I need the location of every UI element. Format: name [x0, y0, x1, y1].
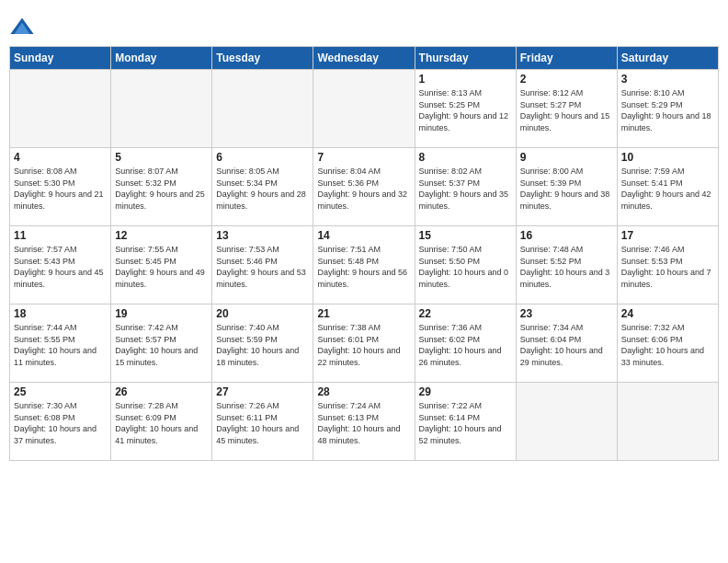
day-number: 13: [216, 229, 309, 242]
weekday-header-tuesday: Tuesday: [212, 47, 313, 70]
day-number: 10: [621, 151, 714, 164]
day-info: Sunrise: 8:08 AM Sunset: 5:30 PM Dayligh…: [14, 166, 107, 212]
day-number: 6: [216, 151, 309, 164]
day-info: Sunrise: 7:42 AM Sunset: 5:57 PM Dayligh…: [115, 322, 208, 368]
calendar-cell: [516, 383, 617, 461]
calendar-week-row: 11Sunrise: 7:57 AM Sunset: 5:43 PM Dayli…: [10, 226, 719, 304]
calendar-cell: 22Sunrise: 7:36 AM Sunset: 6:02 PM Dayli…: [415, 304, 516, 383]
day-number: 1: [419, 73, 512, 86]
calendar-cell: 23Sunrise: 7:34 AM Sunset: 6:04 PM Dayli…: [516, 304, 617, 383]
day-info: Sunrise: 7:46 AM Sunset: 5:53 PM Dayligh…: [621, 244, 714, 290]
day-info: Sunrise: 8:12 AM Sunset: 5:27 PM Dayligh…: [520, 87, 613, 133]
calendar-cell: 7Sunrise: 8:04 AM Sunset: 5:36 PM Daylig…: [313, 148, 415, 226]
calendar-cell: 16Sunrise: 7:48 AM Sunset: 5:52 PM Dayli…: [516, 226, 617, 304]
calendar-cell: 4Sunrise: 8:08 AM Sunset: 5:30 PM Daylig…: [10, 148, 111, 226]
calendar-cell: 12Sunrise: 7:55 AM Sunset: 5:45 PM Dayli…: [111, 226, 212, 304]
day-number: 9: [520, 151, 613, 164]
day-number: 7: [317, 151, 410, 164]
calendar-cell: 1Sunrise: 8:13 AM Sunset: 5:25 PM Daylig…: [415, 70, 516, 148]
calendar-cell: 14Sunrise: 7:51 AM Sunset: 5:48 PM Dayli…: [313, 226, 415, 304]
calendar-cell: [212, 70, 313, 148]
day-info: Sunrise: 7:57 AM Sunset: 5:43 PM Dayligh…: [14, 244, 107, 290]
day-info: Sunrise: 7:24 AM Sunset: 6:13 PM Dayligh…: [317, 400, 410, 446]
day-number: 8: [419, 151, 512, 164]
day-number: 21: [317, 307, 410, 320]
calendar-table: SundayMondayTuesdayWednesdayThursdayFrid…: [9, 46, 719, 461]
day-number: 26: [115, 385, 208, 398]
calendar-cell: 6Sunrise: 8:05 AM Sunset: 5:34 PM Daylig…: [212, 148, 313, 226]
day-number: 29: [419, 385, 512, 398]
calendar-cell: [617, 383, 718, 461]
calendar-header-row: SundayMondayTuesdayWednesdayThursdayFrid…: [10, 47, 719, 70]
day-info: Sunrise: 7:55 AM Sunset: 5:45 PM Dayligh…: [115, 244, 208, 290]
calendar-cell: 27Sunrise: 7:26 AM Sunset: 6:11 PM Dayli…: [212, 383, 313, 461]
day-info: Sunrise: 7:34 AM Sunset: 6:04 PM Dayligh…: [520, 322, 613, 368]
calendar-cell: [111, 70, 212, 148]
calendar-cell: [313, 70, 415, 148]
calendar-cell: 3Sunrise: 8:10 AM Sunset: 5:29 PM Daylig…: [617, 70, 718, 148]
weekday-header-wednesday: Wednesday: [313, 47, 415, 70]
calendar-cell: 17Sunrise: 7:46 AM Sunset: 5:53 PM Dayli…: [617, 226, 718, 304]
day-number: 12: [115, 229, 208, 242]
day-info: Sunrise: 7:22 AM Sunset: 6:14 PM Dayligh…: [419, 400, 512, 446]
day-info: Sunrise: 7:48 AM Sunset: 5:52 PM Dayligh…: [520, 244, 613, 290]
weekday-header-monday: Monday: [111, 47, 212, 70]
calendar-cell: 25Sunrise: 7:30 AM Sunset: 6:08 PM Dayli…: [10, 383, 111, 461]
day-info: Sunrise: 8:04 AM Sunset: 5:36 PM Dayligh…: [317, 166, 410, 212]
page-header: [9, 9, 719, 40]
day-number: 27: [216, 385, 309, 398]
day-info: Sunrise: 7:40 AM Sunset: 5:59 PM Dayligh…: [216, 322, 309, 368]
day-number: 19: [115, 307, 208, 320]
day-number: 4: [14, 151, 107, 164]
calendar-week-row: 4Sunrise: 8:08 AM Sunset: 5:30 PM Daylig…: [10, 148, 719, 226]
day-number: 23: [520, 307, 613, 320]
day-info: Sunrise: 8:13 AM Sunset: 5:25 PM Dayligh…: [419, 87, 512, 133]
calendar-cell: 21Sunrise: 7:38 AM Sunset: 6:01 PM Dayli…: [313, 304, 415, 383]
day-number: 16: [520, 229, 613, 242]
calendar-cell: 8Sunrise: 8:02 AM Sunset: 5:37 PM Daylig…: [415, 148, 516, 226]
calendar-cell: [10, 70, 111, 148]
calendar-cell: 13Sunrise: 7:53 AM Sunset: 5:46 PM Dayli…: [212, 226, 313, 304]
calendar-cell: 19Sunrise: 7:42 AM Sunset: 5:57 PM Dayli…: [111, 304, 212, 383]
calendar-cell: 28Sunrise: 7:24 AM Sunset: 6:13 PM Dayli…: [313, 383, 415, 461]
day-info: Sunrise: 7:51 AM Sunset: 5:48 PM Dayligh…: [317, 244, 410, 290]
day-number: 28: [317, 385, 410, 398]
day-info: Sunrise: 8:05 AM Sunset: 5:34 PM Dayligh…: [216, 166, 309, 212]
day-info: Sunrise: 8:00 AM Sunset: 5:39 PM Dayligh…: [520, 166, 613, 212]
day-info: Sunrise: 7:59 AM Sunset: 5:41 PM Dayligh…: [621, 166, 714, 212]
calendar-cell: 20Sunrise: 7:40 AM Sunset: 5:59 PM Dayli…: [212, 304, 313, 383]
calendar-cell: 15Sunrise: 7:50 AM Sunset: 5:50 PM Dayli…: [415, 226, 516, 304]
day-number: 5: [115, 151, 208, 164]
calendar-cell: 2Sunrise: 8:12 AM Sunset: 5:27 PM Daylig…: [516, 70, 617, 148]
day-info: Sunrise: 7:53 AM Sunset: 5:46 PM Dayligh…: [216, 244, 309, 290]
day-number: 22: [419, 307, 512, 320]
calendar-cell: 5Sunrise: 8:07 AM Sunset: 5:32 PM Daylig…: [111, 148, 212, 226]
calendar-cell: 9Sunrise: 8:00 AM Sunset: 5:39 PM Daylig…: [516, 148, 617, 226]
day-number: 18: [14, 307, 107, 320]
day-info: Sunrise: 8:10 AM Sunset: 5:29 PM Dayligh…: [621, 87, 714, 133]
day-number: 24: [621, 307, 714, 320]
day-number: 25: [14, 385, 107, 398]
calendar-cell: 29Sunrise: 7:22 AM Sunset: 6:14 PM Dayli…: [415, 383, 516, 461]
weekday-header-saturday: Saturday: [617, 47, 718, 70]
day-info: Sunrise: 8:07 AM Sunset: 5:32 PM Dayligh…: [115, 166, 208, 212]
weekday-header-friday: Friday: [516, 47, 617, 70]
day-number: 11: [14, 229, 107, 242]
calendar-cell: 26Sunrise: 7:28 AM Sunset: 6:09 PM Dayli…: [111, 383, 212, 461]
logo-icon: [9, 15, 35, 40]
day-number: 17: [621, 229, 714, 242]
calendar-cell: 10Sunrise: 7:59 AM Sunset: 5:41 PM Dayli…: [617, 148, 718, 226]
day-number: 14: [317, 229, 410, 242]
calendar-week-row: 1Sunrise: 8:13 AM Sunset: 5:25 PM Daylig…: [10, 70, 719, 148]
day-number: 15: [419, 229, 512, 242]
logo: [9, 9, 37, 40]
weekday-header-sunday: Sunday: [10, 47, 111, 70]
calendar-cell: 11Sunrise: 7:57 AM Sunset: 5:43 PM Dayli…: [10, 226, 111, 304]
day-number: 2: [520, 73, 613, 86]
calendar-cell: 24Sunrise: 7:32 AM Sunset: 6:06 PM Dayli…: [617, 304, 718, 383]
weekday-header-thursday: Thursday: [415, 47, 516, 70]
day-info: Sunrise: 7:44 AM Sunset: 5:55 PM Dayligh…: [14, 322, 107, 368]
day-number: 3: [621, 73, 714, 86]
day-info: Sunrise: 7:28 AM Sunset: 6:09 PM Dayligh…: [115, 400, 208, 446]
day-info: Sunrise: 7:36 AM Sunset: 6:02 PM Dayligh…: [419, 322, 512, 368]
